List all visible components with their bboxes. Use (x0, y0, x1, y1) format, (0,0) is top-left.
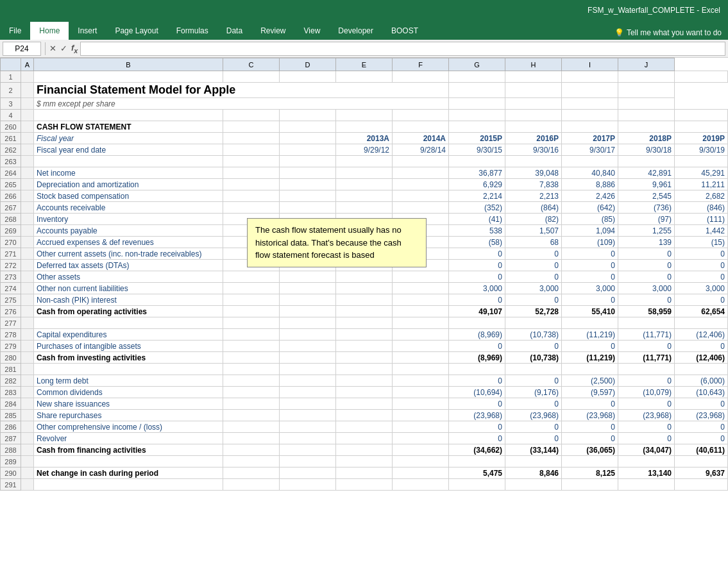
cell-data[interactable] (280, 306, 336, 317)
cell-data[interactable]: 0 (505, 398, 562, 410)
cell-data[interactable]: 0 (449, 260, 505, 271)
cell-data[interactable]: (2,500) (562, 375, 618, 387)
cell-data[interactable] (280, 398, 336, 410)
cell-data[interactable] (393, 237, 449, 248)
cell-data[interactable] (618, 456, 675, 467)
cell-data[interactable]: 0 (562, 271, 618, 283)
cell-data[interactable]: 0 (675, 271, 728, 283)
cell-data[interactable]: 0 (505, 294, 562, 306)
cell-data[interactable] (336, 260, 393, 271)
cell-data[interactable]: 0 (449, 398, 505, 410)
cell-data[interactable] (223, 306, 280, 317)
cell-data[interactable] (505, 110, 562, 121)
cancel-formula-icon[interactable]: ✕ (49, 44, 56, 53)
cell-data[interactable]: (10,694) (449, 387, 505, 398)
cell-data[interactable]: 0 (449, 271, 505, 283)
cell-col-b[interactable]: Share repurchases (34, 410, 223, 421)
cell-data[interactable] (280, 444, 336, 456)
cell-data[interactable]: 2,213 (505, 190, 562, 202)
cell-data[interactable]: (23,968) (618, 410, 675, 421)
cell-data[interactable] (280, 375, 336, 387)
cell-col-a[interactable] (21, 352, 34, 364)
cell-data[interactable]: (111) (675, 214, 728, 225)
cell-col-a[interactable] (21, 71, 34, 83)
cell-data[interactable]: 39,048 (505, 167, 562, 179)
cell-data[interactable] (336, 410, 393, 421)
cell-data[interactable] (449, 121, 505, 133)
cell-data[interactable]: 9/29/12 (336, 144, 393, 156)
cell-data[interactable] (223, 237, 280, 248)
cell-data[interactable] (562, 456, 618, 467)
cell-col-a[interactable] (21, 283, 34, 294)
cell-data[interactable] (393, 329, 449, 341)
tab-developer[interactable]: Developer (329, 22, 382, 40)
cell-data[interactable]: 55,410 (562, 306, 618, 317)
cell-data[interactable] (618, 110, 675, 121)
cell-data[interactable] (223, 144, 280, 156)
cell-data[interactable]: 1,255 (618, 225, 675, 237)
cell-data[interactable] (336, 202, 393, 214)
cell-col-a[interactable] (21, 190, 34, 202)
cell-data[interactable]: (352) (449, 202, 505, 214)
tab-review[interactable]: Review (251, 22, 294, 40)
cell-data[interactable] (223, 375, 280, 387)
cell-data[interactable] (336, 225, 393, 237)
cell-data[interactable]: 0 (618, 260, 675, 271)
cell-data[interactable]: 0 (618, 433, 675, 444)
cell-data[interactable]: 0 (562, 341, 618, 352)
cell-data[interactable] (280, 144, 336, 156)
col-header-b[interactable]: B (34, 58, 223, 71)
col-header-h[interactable]: H (505, 58, 562, 71)
cell-col-b[interactable]: Other assets (34, 271, 223, 283)
cell-data[interactable] (280, 260, 336, 271)
cell-data[interactable]: 0 (449, 433, 505, 444)
cell-data[interactable]: 139 (618, 237, 675, 248)
tab-view[interactable]: View (295, 22, 330, 40)
cell-data[interactable] (449, 317, 505, 329)
cell-data[interactable]: 2,682 (675, 190, 728, 202)
cell-data[interactable] (223, 294, 280, 306)
cell-data[interactable]: 3,000 (505, 283, 562, 294)
col-header-d[interactable]: D (280, 58, 336, 71)
cell-col-b[interactable]: Depreciation and amortization (34, 179, 223, 190)
cell-data[interactable]: 0 (562, 260, 618, 271)
cell-data[interactable] (675, 121, 728, 133)
cell-data[interactable] (336, 110, 393, 121)
cell-data[interactable] (505, 364, 562, 375)
cell-data[interactable] (336, 248, 393, 260)
cell-data[interactable] (393, 364, 449, 375)
col-header-i[interactable]: I (562, 58, 618, 71)
cell-data[interactable] (505, 71, 562, 83)
cell-data[interactable]: (15) (675, 237, 728, 248)
cell-data[interactable]: (6,000) (675, 375, 728, 387)
cell-col-b[interactable]: Cash from operating activities (34, 306, 223, 317)
cell-data[interactable]: 0 (505, 341, 562, 352)
cell-data[interactable] (505, 479, 562, 491)
cell-col-a[interactable] (21, 364, 34, 375)
cell-data[interactable] (393, 271, 449, 283)
cell-data[interactable] (393, 433, 449, 444)
cell-col-a[interactable] (21, 133, 34, 144)
formula-input[interactable] (80, 42, 725, 56)
cell-data[interactable] (280, 248, 336, 260)
cell-col-a[interactable] (21, 306, 34, 317)
cell-data[interactable] (280, 364, 336, 375)
cell-data[interactable] (280, 387, 336, 398)
cell-col-b[interactable]: Inventory (34, 214, 223, 225)
cell-data[interactable]: 0 (618, 248, 675, 260)
cell-data[interactable] (280, 179, 336, 190)
cell-empty[interactable] (449, 83, 505, 98)
cell-data[interactable]: (8,969) (449, 329, 505, 341)
cell-data[interactable] (449, 156, 505, 167)
cell-data[interactable] (280, 294, 336, 306)
cell-data[interactable] (505, 317, 562, 329)
cell-col-b[interactable] (34, 317, 223, 329)
cell-col-a[interactable] (21, 317, 34, 329)
cell-data[interactable]: 0 (449, 421, 505, 433)
cell-data[interactable] (336, 214, 393, 225)
cell-col-b[interactable]: $ mm except per share (34, 98, 449, 110)
cell-col-b[interactable]: Purchases of intangible assets (34, 341, 223, 352)
cell-data[interactable] (223, 410, 280, 421)
col-header-c[interactable]: C (223, 58, 280, 71)
cell-col-b[interactable]: CASH FLOW STATEMENT (34, 121, 223, 133)
